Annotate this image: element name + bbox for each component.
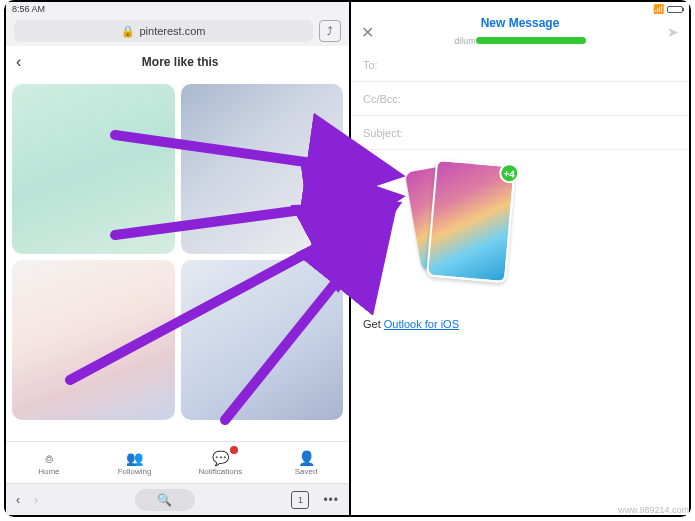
mail-header: ✕ New Message dilum ➤ [351, 16, 689, 48]
app-tab-bar: ⌾ Home 👥 Following 💬 Notifications 👤 [6, 441, 349, 483]
url-host: pinterest.com [139, 25, 205, 37]
text-cursor: | [363, 161, 367, 177]
tab-label: Home [38, 467, 59, 476]
mail-body[interactable]: | +4 Get Outlook for iOS [351, 150, 689, 515]
page-title: More like this [21, 55, 339, 69]
notification-badge-icon [230, 446, 238, 454]
more-button[interactable]: ••• [323, 493, 339, 507]
tab-notifications[interactable]: 💬 Notifications [178, 442, 264, 483]
url-bar[interactable]: 🔒 pinterest.com [14, 20, 313, 42]
tab-label: Saved [295, 467, 318, 476]
notifications-icon: 💬 [212, 450, 229, 466]
send-icon: ➤ [667, 24, 679, 40]
subject-field[interactable]: Subject: [351, 116, 689, 150]
watermark: www.989214.com [618, 505, 689, 515]
safari-bottom-toolbar: ‹ › 🔍 1 ••• [6, 483, 349, 515]
share-icon: ⤴ [327, 25, 333, 37]
grid-tile[interactable] [12, 84, 175, 254]
search-icon: 🔍 [157, 493, 172, 507]
grid-tile[interactable] [181, 260, 344, 420]
browser-forward-button[interactable]: › [34, 493, 38, 507]
mail-title-area: New Message dilum [351, 16, 689, 48]
tab-home[interactable]: ⌾ Home [6, 442, 92, 483]
lock-icon: 🔒 [121, 25, 135, 38]
battery-icon [667, 6, 683, 13]
tab-label: Following [118, 467, 152, 476]
page-header: ‹ More like this [6, 46, 349, 78]
ipad-frame: 8:56 AM 🔒 pinterest.com ⤴ ‹ More like th… [4, 0, 691, 517]
grid-tile[interactable] [181, 84, 344, 254]
grid-tile[interactable] [12, 260, 175, 420]
subject-label: Subject: [363, 127, 403, 139]
browser-search-button[interactable]: 🔍 [135, 489, 195, 511]
to-label: To: [363, 59, 378, 71]
from-prefix: dilum [454, 36, 476, 46]
mail-title: New Message [351, 16, 689, 30]
attachment-image: +4 [426, 159, 516, 284]
image-grid [6, 78, 349, 441]
from-line: dilum [351, 30, 689, 48]
signature-prefix: Get [363, 318, 384, 330]
send-button[interactable]: ➤ [667, 24, 679, 40]
wifi-icon: 📶 [653, 4, 664, 14]
tabs-button[interactable]: 1 [291, 491, 309, 509]
tab-saved[interactable]: 👤 Saved [263, 442, 349, 483]
tab-label: Notifications [199, 467, 243, 476]
stage: 8:56 AM 🔒 pinterest.com ⤴ ‹ More like th… [0, 0, 695, 521]
ccbcc-field[interactable]: Cc/Bcc: [351, 82, 689, 116]
safari-pane: 8:56 AM 🔒 pinterest.com ⤴ ‹ More like th… [6, 2, 351, 515]
browser-toolbar: 🔒 pinterest.com ⤴ [6, 16, 349, 46]
status-bar-left: 8:56 AM [6, 2, 349, 16]
following-icon: 👥 [126, 450, 143, 466]
browser-back-button[interactable]: ‹ [16, 493, 20, 507]
mail-pane: 📶 ✕ New Message dilum ➤ To: [351, 2, 689, 515]
to-field[interactable]: To: [351, 48, 689, 82]
split-view: 8:56 AM 🔒 pinterest.com ⤴ ‹ More like th… [6, 2, 689, 515]
attachment-count-badge: +4 [498, 162, 520, 184]
attachment-stack[interactable]: +4 [405, 150, 525, 290]
share-button[interactable]: ⤴ [319, 20, 341, 42]
signature: Get Outlook for iOS [363, 318, 677, 330]
redaction-bar [476, 37, 586, 44]
tab-following[interactable]: 👥 Following [92, 442, 178, 483]
status-time: 8:56 AM [12, 4, 45, 14]
status-bar-right: 📶 [351, 2, 689, 16]
saved-icon: 👤 [298, 450, 315, 466]
tab-count: 1 [298, 495, 303, 505]
ccbcc-label: Cc/Bcc: [363, 93, 401, 105]
signature-link[interactable]: Outlook for iOS [384, 318, 459, 330]
pinterest-icon: ⌾ [45, 450, 53, 466]
